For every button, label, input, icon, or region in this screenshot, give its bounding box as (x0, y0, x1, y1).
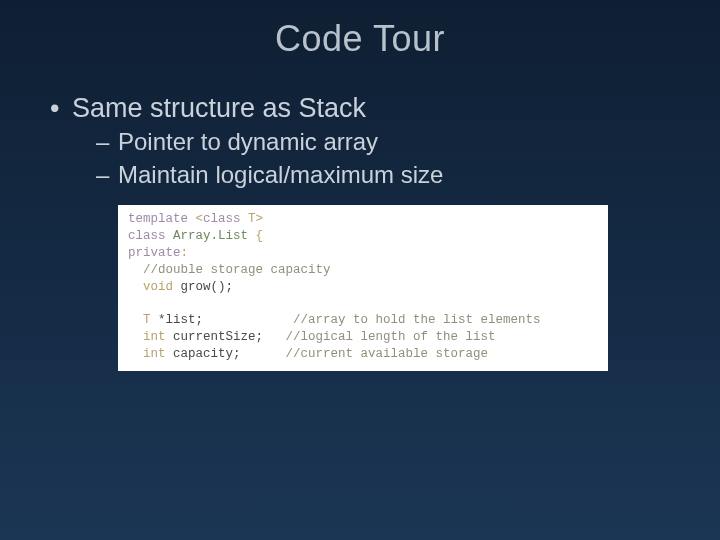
code-text (128, 330, 143, 344)
code-line: class Array.List { (128, 228, 598, 245)
code-comment: //double storage capacity (128, 263, 331, 277)
code-line: template <class T> (128, 211, 598, 228)
code-line: void grow(); (128, 279, 598, 296)
bullet-level2: Pointer to dynamic array (96, 126, 680, 158)
bullet-level2: Maintain logical/maximum size (96, 159, 680, 191)
code-ident: capacity; (166, 347, 241, 361)
code-text (203, 313, 293, 327)
code-text (128, 297, 136, 311)
code-type: int (143, 330, 166, 344)
code-text (128, 313, 143, 327)
code-type: T (248, 212, 256, 226)
code-type: void (143, 280, 173, 294)
code-ident: *list; (151, 313, 204, 327)
code-comment: //array to hold the list elements (293, 313, 541, 327)
code-line (128, 296, 598, 313)
code-text (128, 347, 143, 361)
code-punct: > (256, 212, 264, 226)
code-keyword: template (128, 212, 188, 226)
code-text (128, 280, 143, 294)
slide-title: Code Tour (0, 0, 720, 60)
code-punct: { (248, 229, 263, 243)
code-line: //double storage capacity (128, 262, 598, 279)
code-text (241, 212, 249, 226)
code-keyword: private (128, 246, 181, 260)
code-comment: //current available storage (286, 347, 489, 361)
code-keyword: class (128, 229, 166, 243)
code-comment: //logical length of the list (286, 330, 496, 344)
code-text (263, 330, 286, 344)
code-line: T *list; //array to hold the list elemen… (128, 312, 598, 329)
code-type: int (143, 347, 166, 361)
code-text (241, 347, 286, 361)
code-line: private: (128, 245, 598, 262)
code-classname: Array.List (173, 229, 248, 243)
slide: Code Tour Same structure as Stack Pointe… (0, 0, 720, 540)
bullet-level1: Same structure as Stack (50, 90, 680, 126)
code-ident: grow(); (173, 280, 233, 294)
code-punct: : (181, 246, 189, 260)
code-text (166, 229, 174, 243)
slide-content: Same structure as Stack Pointer to dynam… (0, 60, 720, 371)
code-keyword: class (203, 212, 241, 226)
code-ident: currentSize; (166, 330, 264, 344)
code-line: int capacity; //current available storag… (128, 346, 598, 363)
code-punct: < (188, 212, 203, 226)
code-block: template <class T> class Array.List { pr… (118, 205, 608, 371)
code-type: T (143, 313, 151, 327)
code-line: int currentSize; //logical length of the… (128, 329, 598, 346)
